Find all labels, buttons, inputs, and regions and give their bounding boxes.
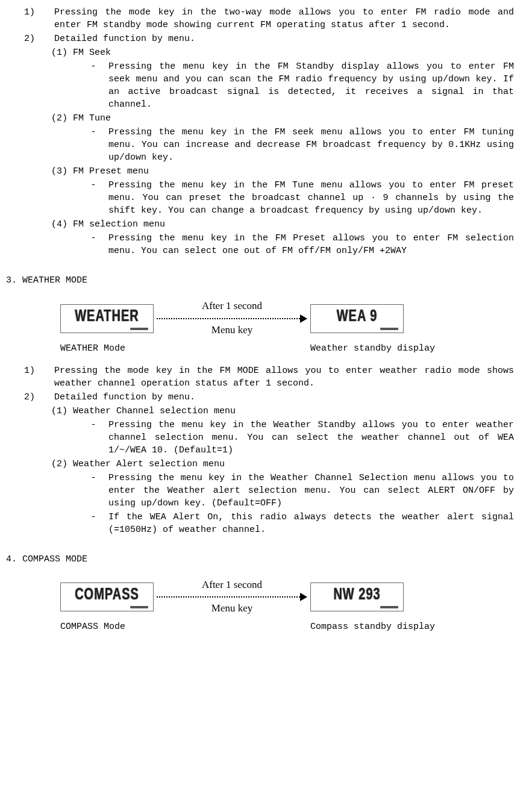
bullet: - [84, 511, 108, 536]
list-item-2: 2) Detailed function by menu. [24, 391, 514, 404]
lcd-weather-standby: WEA 9 [310, 304, 404, 333]
bullet: - [84, 126, 108, 164]
text: Pressing the mode key in the FM MODE all… [54, 364, 514, 390]
sub-detail: - Pressing the menu key in the FM Tune m… [84, 179, 514, 217]
text: (1) Weather Channel selection menu [51, 405, 514, 417]
text: (1) FM Seek [51, 46, 514, 59]
text: Pressing the menu key in the FM Preset a… [108, 232, 514, 257]
lcd-bar-icon [63, 605, 151, 608]
text: (3) FM Preset menu [51, 165, 514, 178]
list-item-1: 1) Pressing the mode key in the two-way … [24, 6, 514, 31]
compass-diagram: COMPASS After 1 second Menu key NW 293 [60, 578, 514, 617]
lcd-compass-mode: COMPASS [60, 582, 154, 611]
arrow-zone: After 1 second Menu key [154, 299, 310, 339]
lcd-text: WEA 9 [337, 304, 378, 327]
bullet: - [84, 472, 108, 510]
text: Detailed function by menu. [54, 33, 514, 45]
sub-detail: - Pressing the menu key in the Weather C… [84, 472, 514, 510]
marker: 1) [24, 6, 54, 31]
text: (2) Weather Alert selection menu [51, 458, 514, 470]
lcd-text: COMPASS [75, 582, 139, 605]
lcd-weather-mode: WEATHER [60, 304, 154, 333]
caption-left: WEATHER Mode [60, 342, 310, 355]
arrow-bottom-label: Menu key [211, 601, 252, 616]
text: Detailed function by menu. [54, 391, 514, 404]
caption-right: Compass standby display [310, 620, 514, 633]
arrow-icon [157, 593, 307, 601]
arrow-zone: After 1 second Menu key [154, 578, 310, 617]
lcd-compass-standby: NW 293 [310, 582, 404, 611]
lcd-bar-icon [313, 605, 401, 608]
text: Pressing the mode key in the two-way mod… [54, 6, 514, 31]
sub-item: (3) FM Preset menu [51, 165, 514, 178]
bullet: - [84, 60, 108, 111]
arrow-bottom-label: Menu key [211, 323, 252, 337]
sub-detail: - Pressing the menu key in the FM Standb… [84, 60, 514, 111]
list-item-2: 2) Detailed function by menu. [24, 33, 514, 45]
text: If the WEA Alert On, this radio always d… [108, 511, 514, 536]
lcd-text: NW 293 [333, 582, 380, 605]
caption-left: COMPASS Mode [60, 620, 310, 633]
marker: 2) [24, 391, 54, 404]
text: (2) FM Tune [51, 112, 514, 125]
sub-item: (2) Weather Alert selection menu [51, 458, 514, 470]
weather-captions: WEATHER Mode Weather standby display [60, 342, 514, 355]
sub-item: (1) FM Seek [51, 46, 514, 59]
sub-detail: - If the WEA Alert On, this radio always… [84, 511, 514, 536]
sub-detail: - Pressing the menu key in the FM seek m… [84, 126, 514, 164]
marker: 1) [24, 364, 54, 390]
arrow-top-label: After 1 second [202, 578, 262, 592]
section-heading-compass: 4. COMPASS MODE [6, 553, 514, 566]
arrow-top-label: After 1 second [202, 299, 262, 313]
lcd-text: WEATHER [75, 304, 139, 327]
bullet: - [84, 232, 108, 257]
text: Pressing the menu key in the Weather Sta… [108, 419, 514, 457]
sub-item: (4) FM selection menu [51, 218, 514, 231]
lcd-bar-icon [63, 326, 151, 330]
text: Pressing the menu key in the FM Tune men… [108, 179, 514, 217]
bullet: - [84, 179, 108, 217]
section-heading-weather: 3. WEATHER MODE [6, 274, 514, 287]
arrow-icon [157, 314, 307, 323]
sub-detail: - Pressing the menu key in the Weather S… [84, 419, 514, 457]
sub-item: (2) FM Tune [51, 112, 514, 125]
caption-right: Weather standby display [310, 342, 514, 355]
text: Pressing the menu key in the FM seek men… [108, 126, 514, 164]
marker: 2) [24, 33, 54, 45]
list-item-1: 1) Pressing the mode key in the FM MODE … [24, 364, 514, 390]
bullet: - [84, 419, 108, 457]
weather-diagram: WEATHER After 1 second Menu key WEA 9 [60, 299, 514, 339]
compass-captions: COMPASS Mode Compass standby display [60, 620, 514, 633]
text: Pressing the menu key in the Weather Cha… [108, 472, 514, 510]
lcd-bar-icon [313, 326, 401, 330]
text: Pressing the menu key in the FM Standby … [108, 60, 514, 111]
text: (4) FM selection menu [51, 218, 514, 231]
sub-item: (1) Weather Channel selection menu [51, 405, 514, 417]
sub-detail: - Pressing the menu key in the FM Preset… [84, 232, 514, 257]
